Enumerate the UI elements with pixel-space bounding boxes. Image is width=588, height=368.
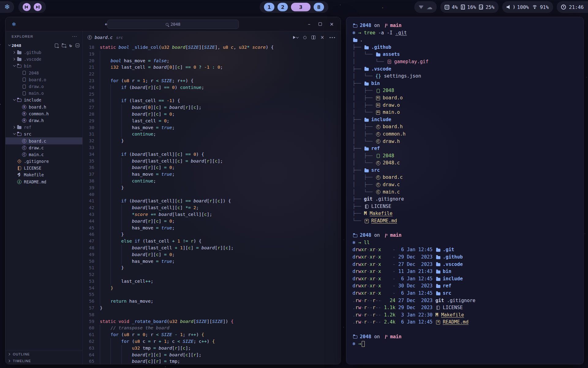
code-line-44[interactable]: 44 board[r][c] = 0; [83,218,341,225]
workspace-1[interactable]: 1 [264,3,274,11]
code-line-19[interactable]: 19 [83,51,341,58]
explorer-menu-button[interactable]: ··· [72,35,77,38]
tree-item-Makefile[interactable]: Makefile [6,171,82,178]
tree-item--github[interactable]: .github [6,49,82,56]
code-line-56[interactable]: 56 return has_move; [83,298,341,305]
code-line-22[interactable]: 22 [83,71,341,78]
tree-item-main-o[interactable]: main.o [6,90,82,97]
code-line-51[interactable]: 51 } [83,265,341,271]
tree-item-draw-c[interactable]: Cdraw.c [6,144,82,151]
code-line-33[interactable]: 33 [83,144,341,151]
close-editor-icon[interactable]: × [320,35,324,40]
code-line-21[interactable]: 21 i32 last_cell = board[0][c] == 0 ? -1… [83,64,341,71]
tree-item-include[interactable]: include [6,97,82,103]
terminal-window[interactable]: 2048 on main❄ → tree -a -I .git.├── .git… [346,17,584,364]
tree-item-board-h[interactable]: Hboard.h [6,104,82,110]
tree-item-README-md[interactable]: iREADME.md [6,178,82,185]
code-line-62[interactable]: 62 for (u8 c = r + 1; c < SIZE; c++) { [83,338,341,345]
tree-item-common-h[interactable]: Hcommon.h [6,110,82,117]
chevron-down-icon[interactable] [13,132,16,136]
chevron-down-icon[interactable] [13,98,16,102]
workspace-8[interactable]: 8 [314,3,324,11]
code-line-37[interactable]: 37 has_move = true; [83,171,341,178]
code-line-31[interactable]: 31 continue; [83,131,341,138]
code-line-55[interactable]: 55 [83,291,341,298]
panel-timeline[interactable]: TIMELINE [6,358,82,364]
code-line-50[interactable]: 50 has_move = true; [83,258,341,265]
chevron-right-icon[interactable] [13,51,16,54]
code-line-52[interactable]: 52 [83,271,341,278]
chevron-down-icon[interactable] [13,64,16,67]
minimize-button[interactable]: – [308,21,311,27]
code-line-34[interactable]: 34 if (board[last_cell][c] == 0) { [83,151,341,158]
panel-outline[interactable]: OUTLINE [6,351,82,358]
code-line-60[interactable]: 60 // transpose the board [83,325,341,332]
code-line-28[interactable]: 28 board[r][c] = 0; [83,111,341,118]
code-line-36[interactable]: 36 board[r][c] = 0; [83,164,341,171]
collapse-all-icon[interactable] [76,44,79,47]
code-line-61[interactable]: 61 for (u8 r = 0; r < SIZE - 1; r++) { [83,332,341,338]
tree-item-board-c[interactable]: Cboard.c [6,137,82,144]
new-folder-icon[interactable] [62,44,66,47]
code-line-42[interactable]: 42 board[last_cell][c] *= 2; [83,205,341,211]
code-line-35[interactable]: 35 board[last_cell][c] = board[r][c]; [83,158,341,165]
tree-item-src[interactable]: src [6,131,82,137]
code-line-40[interactable]: 40 [83,191,341,198]
code-line-38[interactable]: 38 continue; [83,178,341,185]
close-button[interactable]: × [330,21,334,27]
tree-item-ref[interactable]: ref [6,124,82,131]
more-actions-icon[interactable]: ··· [329,35,336,40]
tree-item-2048[interactable]: 2048 [6,70,82,76]
code-line-30[interactable]: 30 has_move = true; [83,125,341,131]
tree-item--vscode[interactable]: .vscode [6,56,82,63]
tab-board-c[interactable]: C board.c src [87,35,123,40]
code-line-23[interactable]: 23 for (u8 r = 1; r < SIZE; r++) { [83,78,341,84]
code-line-20[interactable]: 20 bool has_move = false; [83,58,341,64]
tree-item-main-c[interactable]: Cmain.c [6,151,82,158]
code-line-32[interactable]: 32 } [83,138,341,144]
chevron-right-icon[interactable] [13,58,16,61]
workspace-2[interactable]: 2 [277,3,288,11]
code-line-58[interactable]: 58 [83,312,341,318]
code-line-18[interactable]: 18static bool _slide_col(u32 board[SIZE]… [83,44,341,51]
vscode-titlebar[interactable]: ❄ ← → 2048 – × [6,17,341,31]
code-line-43[interactable]: 43 *score += board[last_cell][c]; [83,211,341,218]
code-line-59[interactable]: 59static void _rotate_board(u32 board[SI… [83,318,341,325]
code-line-49[interactable]: 49 board[r][c] = 0; [83,251,341,258]
split-editor-icon[interactable] [311,36,315,39]
code-line-64[interactable]: 64 board[r][c] = board[c][r]; [83,352,341,358]
code-line-25[interactable]: 25 [83,91,341,98]
refresh-icon[interactable]: ↻ [70,43,72,48]
code-line-24[interactable]: 24 if (board[r][c] == 0) continue; [83,84,341,91]
code-line-26[interactable]: 26 if (last_cell == -1) { [83,98,341,104]
tree-item-bin[interactable]: bin [6,63,82,69]
media-next-button[interactable] [34,3,42,11]
tree-item-draw-o[interactable]: draw.o [6,83,82,90]
run-debug-button[interactable] [293,36,298,39]
tree-item-board-o[interactable]: board.o [6,76,82,83]
code-area[interactable]: 18static bool _slide_col(u32 board[SIZE]… [83,44,341,364]
media-previous-button[interactable] [23,3,31,11]
tree-item-LICENSE[interactable]: LICENSE [6,165,82,171]
code-line-65[interactable]: 65 board[c][r] = tmp; [83,358,341,364]
maximize-button[interactable] [318,22,322,26]
command-center-search[interactable]: 2048 [107,20,239,29]
code-line-47[interactable]: 47 else if (last_cell + 1 != r) { [83,238,341,245]
code-line-29[interactable]: 29 last_cell = 0; [83,118,341,125]
code-line-54[interactable]: 54 } [83,285,341,292]
settings-gear-icon[interactable] [303,36,307,39]
code-line-53[interactable]: 53 last_cell++; [83,278,341,285]
tree-item--gitignore[interactable]: .gitignore [6,158,82,165]
code-line-48[interactable]: 48 board[last_cell + 1][c] = board[r][c]… [83,245,341,251]
code-line-46[interactable]: 46 } [83,231,341,238]
new-file-icon[interactable] [55,44,58,48]
code-line-41[interactable]: 41 if (board[last_cell][c] == board[r][c… [83,198,341,205]
code-line-39[interactable]: 39 } [83,185,341,191]
tree-item-draw-h[interactable]: Hdraw.h [6,117,82,124]
code-line-45[interactable]: 45 has_move = true; [83,225,341,232]
chevron-right-icon[interactable] [13,126,16,129]
tree-root-2048[interactable]: 2048 ↻ [6,42,82,49]
workspace-3-active[interactable]: 3 [291,3,311,11]
nix-logo-icon[interactable]: ❄ [4,4,10,10]
code-line-63[interactable]: 63 u32 tmp = board[r][c]; [83,345,341,352]
